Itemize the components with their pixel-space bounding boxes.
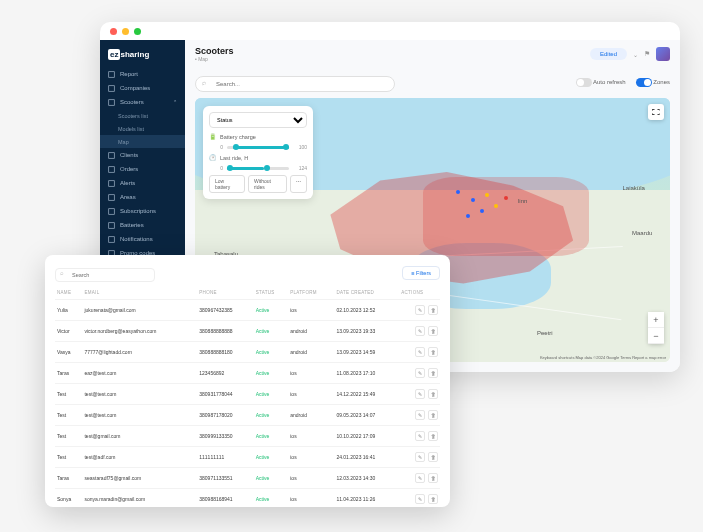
- edit-button[interactable]: Edited: [590, 48, 627, 60]
- sidebar-item-areas[interactable]: Areas: [100, 190, 185, 204]
- scooter-pin[interactable]: [471, 198, 475, 202]
- column-header[interactable]: EMAIL: [82, 286, 197, 300]
- column-header[interactable]: ACTIONS: [399, 286, 440, 300]
- search-input[interactable]: [195, 76, 395, 92]
- scooter-pin[interactable]: [504, 196, 508, 200]
- battery-slider[interactable]: [227, 146, 289, 149]
- table-row[interactable]: Tarasseastaradf75@gmail.com380971133551A…: [55, 468, 440, 489]
- scooter-pin[interactable]: [485, 193, 489, 197]
- edit-icon[interactable]: ✎: [415, 410, 425, 420]
- table-row[interactable]: Vasya77777@lightadd.com380888888180Activ…: [55, 342, 440, 363]
- sidebar-item-report[interactable]: Report: [100, 67, 185, 81]
- edit-icon[interactable]: ✎: [415, 452, 425, 462]
- zoom-in-button[interactable]: +: [648, 312, 664, 328]
- column-header[interactable]: DATE CREATED: [334, 286, 399, 300]
- logo-prefix: ez: [108, 49, 120, 60]
- sidebar-item-batteries[interactable]: Batteries: [100, 218, 185, 232]
- table-row[interactable]: Victorvictor.nordberg@easyathon.com38088…: [55, 321, 440, 342]
- chip-more[interactable]: ⋯: [290, 175, 307, 193]
- cell: Test: [55, 405, 82, 426]
- zones-toggle[interactable]: [636, 78, 652, 87]
- sidebar-item-scooters-list[interactable]: Scooters list: [100, 109, 185, 122]
- sidebar-item-alerts[interactable]: Alerts: [100, 176, 185, 190]
- window-close-icon[interactable]: [110, 28, 117, 35]
- cell: Victor: [55, 321, 82, 342]
- column-header[interactable]: STATUS: [254, 286, 289, 300]
- window-zoom-icon[interactable]: [134, 28, 141, 35]
- filters-button[interactable]: ≡ Filters: [402, 266, 440, 280]
- scooter-icon: [108, 99, 115, 106]
- bell-icon: [108, 180, 115, 187]
- table-row[interactable]: Testtest@test.com380931778044Activeios14…: [55, 384, 440, 405]
- table-row[interactable]: Sonyasonya.maradin@gmail.com380988168941…: [55, 489, 440, 510]
- cell: test@gmail.com: [82, 426, 197, 447]
- column-header[interactable]: PHONE: [197, 286, 253, 300]
- users-icon: [108, 152, 115, 159]
- cell: 11.04.2023 11:26: [334, 489, 399, 510]
- sidebar-item-companies[interactable]: Companies: [100, 81, 185, 95]
- cell: victor.nordberg@easyathon.com: [82, 321, 197, 342]
- cell: 13.09.2023 14:59: [334, 342, 399, 363]
- sidebar-item-scooters[interactable]: Scooters⌃: [100, 95, 185, 109]
- map-place-label: Maardu: [632, 230, 652, 236]
- delete-icon[interactable]: 🗑: [428, 494, 438, 504]
- sidebar-item-subscriptions[interactable]: Subscriptions: [100, 204, 185, 218]
- table-row[interactable]: Testtest@adf.com111111111Activeios24.01.…: [55, 447, 440, 468]
- delete-icon[interactable]: 🗑: [428, 452, 438, 462]
- cell: test@test.com: [82, 405, 197, 426]
- status-select[interactable]: Status: [209, 112, 307, 128]
- delete-icon[interactable]: 🗑: [428, 368, 438, 378]
- window-minimize-icon[interactable]: [122, 28, 129, 35]
- table-search-input[interactable]: [55, 268, 155, 282]
- cell: 13.09.2023 19:33: [334, 321, 399, 342]
- delete-icon[interactable]: 🗑: [428, 305, 438, 315]
- zoom-out-button[interactable]: −: [648, 328, 664, 344]
- cell: Active: [254, 447, 289, 468]
- sidebar-item-map[interactable]: Map: [100, 135, 185, 148]
- lastride-slider[interactable]: [227, 167, 289, 170]
- cell: Test: [55, 447, 82, 468]
- edit-icon[interactable]: ✎: [415, 368, 425, 378]
- column-header[interactable]: NAME: [55, 286, 82, 300]
- auto-refresh-label: Auto refresh: [593, 79, 626, 85]
- notifications-icon[interactable]: ⚑: [644, 50, 650, 58]
- cell: 12.03.2023 14:30: [334, 468, 399, 489]
- delete-icon[interactable]: 🗑: [428, 431, 438, 441]
- dropdown-icon[interactable]: ⌄: [633, 51, 638, 58]
- table-row[interactable]: Yuliajukurenata@gmail.com380967432385Act…: [55, 300, 440, 321]
- delete-icon[interactable]: 🗑: [428, 389, 438, 399]
- sidebar-item-notifications[interactable]: Notifications: [100, 232, 185, 246]
- edit-icon[interactable]: ✎: [415, 347, 425, 357]
- delete-icon[interactable]: 🗑: [428, 347, 438, 357]
- chip-without-rides[interactable]: Without rides: [248, 175, 287, 193]
- edit-icon[interactable]: ✎: [415, 431, 425, 441]
- sidebar-item-orders[interactable]: Orders: [100, 162, 185, 176]
- scooter-pin[interactable]: [466, 214, 470, 218]
- edit-icon[interactable]: ✎: [415, 305, 425, 315]
- scooter-pin[interactable]: [480, 209, 484, 213]
- table-row[interactable]: Testtest@test.com380987178020Activeandro…: [55, 405, 440, 426]
- delete-icon[interactable]: 🗑: [428, 410, 438, 420]
- map-attribution: Keyboard shortcuts Map data ©2024 Google…: [540, 355, 666, 360]
- repeat-icon: [108, 208, 115, 215]
- avatar[interactable]: [656, 47, 670, 61]
- edit-icon[interactable]: ✎: [415, 326, 425, 336]
- scooter-pin[interactable]: [494, 204, 498, 208]
- edit-icon[interactable]: ✎: [415, 473, 425, 483]
- auto-refresh-toggle[interactable]: [576, 78, 592, 87]
- logo-suffix: sharing: [120, 50, 149, 59]
- sidebar-item-clients[interactable]: Clients: [100, 148, 185, 162]
- delete-icon[interactable]: 🗑: [428, 473, 438, 483]
- fullscreen-button[interactable]: ⛶: [648, 104, 664, 120]
- chip-low-battery[interactable]: Low battery: [209, 175, 245, 193]
- edit-icon[interactable]: ✎: [415, 389, 425, 399]
- table-row[interactable]: Testtest@gmail.com380999133350Activeios1…: [55, 426, 440, 447]
- delete-icon[interactable]: 🗑: [428, 326, 438, 336]
- table-row[interactable]: Taraseaz@test.com123456892Activeios11.08…: [55, 363, 440, 384]
- edit-icon[interactable]: ✎: [415, 494, 425, 504]
- sidebar-item-models-list[interactable]: Models list: [100, 122, 185, 135]
- map-place-label: Laiaküla: [623, 185, 645, 191]
- battery-icon: [108, 222, 115, 229]
- building-icon: [108, 85, 115, 92]
- column-header[interactable]: PLATFORM: [288, 286, 334, 300]
